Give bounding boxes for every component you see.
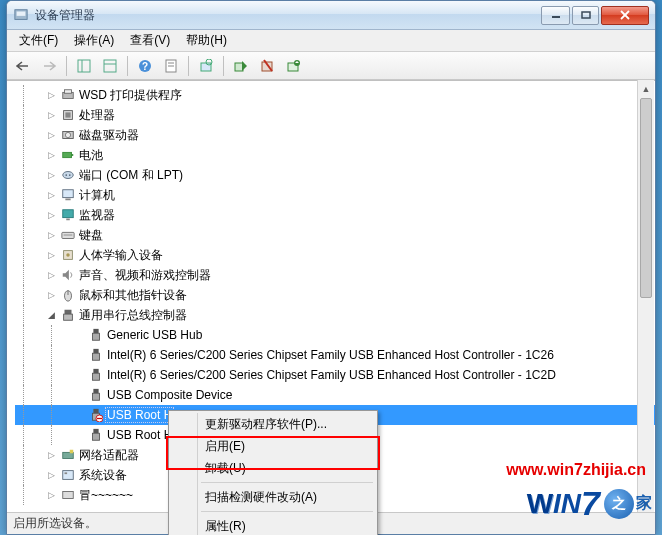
titlebar[interactable]: 设备管理器 bbox=[7, 1, 655, 30]
forward-button[interactable] bbox=[37, 55, 61, 77]
tree-node-usb-child[interactable]: Generic USB Hub bbox=[15, 325, 655, 345]
toolbar-separator bbox=[127, 56, 128, 76]
svg-rect-49 bbox=[93, 369, 98, 373]
expand-icon[interactable] bbox=[43, 470, 59, 480]
svg-rect-34 bbox=[65, 199, 70, 201]
svg-rect-46 bbox=[93, 333, 100, 340]
scroll-down-button[interactable]: ▼ bbox=[638, 495, 654, 512]
scan-hardware-button[interactable] bbox=[194, 55, 218, 77]
expand-icon[interactable] bbox=[43, 170, 59, 180]
window-controls bbox=[541, 6, 649, 25]
tree-node-usb-child[interactable]: Intel(R) 6 Series/C200 Series Chipset Fa… bbox=[15, 345, 655, 365]
menu-view[interactable]: 查看(V) bbox=[122, 30, 178, 51]
ctx-update-driver[interactable]: 更新驱动程序软件(P)... bbox=[171, 413, 375, 435]
svg-rect-1 bbox=[17, 12, 26, 16]
expand-icon[interactable] bbox=[43, 130, 59, 140]
ctx-scan[interactable]: 扫描检测硬件改动(A) bbox=[171, 486, 375, 508]
svg-rect-6 bbox=[78, 60, 90, 72]
node-label: 磁盘驱动器 bbox=[77, 127, 141, 144]
expand-icon[interactable] bbox=[43, 190, 59, 200]
menu-action[interactable]: 操作(A) bbox=[66, 30, 122, 51]
maximize-button[interactable] bbox=[572, 6, 599, 25]
node-label: USB Composite Device bbox=[105, 388, 234, 402]
node-label: 处理器 bbox=[77, 107, 117, 124]
node-label: 人体学输入设备 bbox=[77, 247, 165, 264]
svg-rect-45 bbox=[93, 329, 98, 333]
minimize-button[interactable] bbox=[541, 6, 570, 25]
window-title: 设备管理器 bbox=[35, 7, 541, 24]
tree-node-sound[interactable]: 声音、视频和游戏控制器 bbox=[15, 265, 655, 285]
tree-node-wsd[interactable]: WSD 打印提供程序 bbox=[15, 85, 655, 105]
mouse-icon bbox=[59, 287, 77, 303]
properties-button[interactable] bbox=[159, 55, 183, 77]
expand-icon[interactable] bbox=[43, 150, 59, 160]
node-label: 键盘 bbox=[77, 227, 105, 244]
tree-node-cpu[interactable]: 处理器 bbox=[15, 105, 655, 125]
expand-icon[interactable] bbox=[43, 490, 59, 500]
usb-icon bbox=[87, 367, 105, 383]
tree-node-hid[interactable]: 人体学输入设备 bbox=[15, 245, 655, 265]
svg-rect-25 bbox=[65, 112, 70, 117]
hid-icon bbox=[59, 247, 77, 263]
port-icon bbox=[59, 167, 77, 183]
ctx-enable[interactable]: 启用(E) bbox=[171, 435, 375, 457]
tree-node-ports[interactable]: 端口 (COM 和 LPT) bbox=[15, 165, 655, 185]
show-hide-button[interactable] bbox=[98, 55, 122, 77]
tree-node-monitor[interactable]: 监视器 bbox=[15, 205, 655, 225]
node-label: 声音、视频和游戏控制器 bbox=[77, 267, 213, 284]
close-button[interactable] bbox=[601, 6, 649, 25]
node-label: 端口 (COM 和 LPT) bbox=[77, 167, 185, 184]
expand-icon[interactable] bbox=[43, 110, 59, 120]
tree-node-keyboard[interactable]: 键盘 bbox=[15, 225, 655, 245]
node-label: 监视器 bbox=[77, 207, 117, 224]
node-label: 鼠标和其他指针设备 bbox=[77, 287, 189, 304]
context-menu: 更新驱动程序软件(P)... 启用(E) 卸载(U) 扫描检测硬件改动(A) 属… bbox=[168, 410, 378, 535]
svg-rect-3 bbox=[582, 12, 590, 18]
tree-node-disk[interactable]: 磁盘驱动器 bbox=[15, 125, 655, 145]
tree-node-usb[interactable]: 通用串行总线控制器 bbox=[15, 305, 655, 325]
usb-disabled-icon bbox=[87, 407, 105, 423]
svg-rect-62 bbox=[63, 492, 74, 499]
scroll-thumb[interactable] bbox=[640, 98, 652, 298]
expand-icon[interactable] bbox=[43, 450, 59, 460]
menu-file[interactable]: 文件(F) bbox=[11, 30, 66, 51]
svg-rect-56 bbox=[93, 429, 98, 433]
toolbar: ? bbox=[7, 52, 655, 80]
enable-button[interactable] bbox=[229, 55, 253, 77]
scroll-up-button[interactable]: ▲ bbox=[638, 80, 654, 97]
console-tree-button[interactable] bbox=[72, 55, 96, 77]
svg-rect-36 bbox=[66, 219, 70, 221]
node-label: Generic USB Hub bbox=[105, 328, 204, 342]
expand-icon[interactable] bbox=[43, 230, 59, 240]
tree-node-usb-child[interactable]: USB Composite Device bbox=[15, 385, 655, 405]
help-button[interactable]: ? bbox=[133, 55, 157, 77]
tree-node-mouse[interactable]: 鼠标和其他指针设备 bbox=[15, 285, 655, 305]
svg-point-40 bbox=[66, 253, 70, 257]
svg-rect-58 bbox=[63, 452, 74, 458]
tree-node-battery[interactable]: 电池 bbox=[15, 145, 655, 165]
toolbar-separator bbox=[66, 56, 67, 76]
ctx-uninstall[interactable]: 卸载(U) bbox=[171, 457, 375, 479]
vertical-scrollbar[interactable]: ▲ ▼ bbox=[637, 80, 654, 512]
tree-node-computer[interactable]: 计算机 bbox=[15, 185, 655, 205]
expand-icon[interactable] bbox=[43, 210, 59, 220]
expand-icon[interactable] bbox=[43, 270, 59, 280]
expand-icon[interactable] bbox=[43, 290, 59, 300]
uninstall-button[interactable] bbox=[255, 55, 279, 77]
svg-text:?: ? bbox=[142, 61, 148, 72]
tree-node-usb-child[interactable]: Intel(R) 6 Series/C200 Series Chipset Fa… bbox=[15, 365, 655, 385]
expand-icon[interactable] bbox=[43, 250, 59, 260]
system-icon bbox=[59, 467, 77, 483]
svg-rect-23 bbox=[65, 90, 72, 94]
expand-icon[interactable] bbox=[43, 90, 59, 100]
node-label: USB Root H bbox=[105, 407, 174, 423]
ctx-properties[interactable]: 属性(R) bbox=[171, 515, 375, 535]
menu-help[interactable]: 帮助(H) bbox=[178, 30, 235, 51]
update-driver-button[interactable] bbox=[281, 55, 305, 77]
collapse-icon[interactable] bbox=[43, 310, 59, 320]
svg-rect-59 bbox=[70, 450, 74, 454]
svg-rect-28 bbox=[63, 152, 72, 157]
svg-rect-50 bbox=[93, 373, 100, 380]
node-label: 系统设备 bbox=[77, 467, 129, 484]
back-button[interactable] bbox=[11, 55, 35, 77]
